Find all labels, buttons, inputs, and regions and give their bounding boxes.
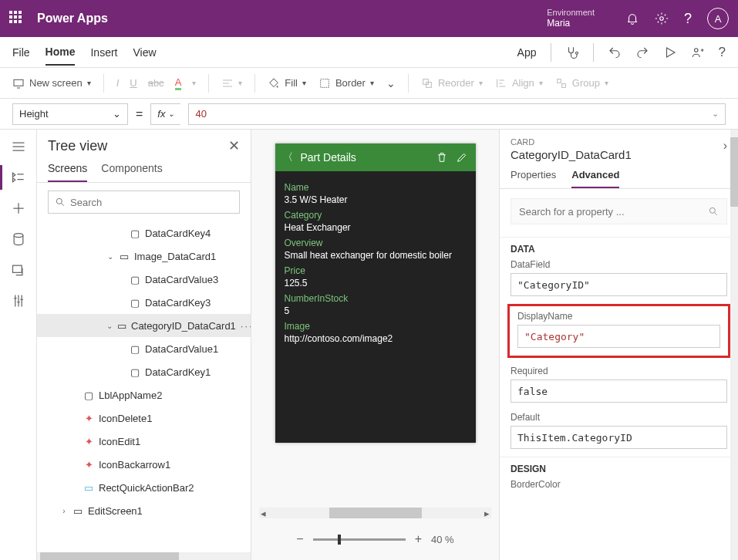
separator [551,43,551,62]
italic-icon[interactable]: I [116,77,120,89]
canvas-hscrollbar[interactable]: ◂▸ [259,508,491,518]
property-search-input[interactable] [519,206,708,218]
menu-file[interactable]: File [12,40,30,65]
font-color-icon[interactable]: A [175,76,182,90]
menu-insert[interactable]: Insert [90,40,117,65]
help-icon[interactable]: ? [719,45,726,60]
field-label: Name [285,182,467,193]
tab-properties[interactable]: Properties [511,169,556,188]
chevron-down-icon: ⌄ [106,322,113,330]
chevron-right-icon[interactable]: › [723,139,727,153]
close-icon[interactable]: ✕ [228,137,240,154]
tree-search[interactable] [48,191,240,214]
redo-icon[interactable] [635,46,649,59]
menu-view[interactable]: View [133,40,156,65]
fill-button[interactable]: Fill▾ [268,77,306,89]
chevron-down-icon[interactable]: ⌄ [386,77,396,89]
tree-node[interactable]: ▢DataCardValue1 [37,337,251,360]
tree-node[interactable]: ▢DataCardKey1 [37,360,251,383]
align-objects-button[interactable]: Align▾ [495,77,543,89]
svg-point-13 [709,207,715,213]
rail-tree[interactable] [11,170,26,185]
tree-node[interactable]: ⌄▭Image_DataCard1 [37,245,251,268]
menu-app[interactable]: App [517,40,537,65]
panel-control-name: CategoryID_DataCard1 [511,148,727,161]
reorder-button[interactable]: Reorder▾ [421,77,483,89]
tree-search-input[interactable] [70,197,233,208]
tree-node-selected[interactable]: ⌄▭CategoryID_DataCard1··· [37,314,251,337]
svg-rect-8 [557,79,561,83]
back-icon[interactable]: 〈 [283,150,293,164]
rail-media[interactable] [11,262,26,278]
tree-node[interactable]: ▢DataCardKey3 [37,291,251,314]
prop-datafield: DataField "CategoryID" [500,255,738,301]
prop-default-input[interactable]: ThisItem.CategoryID [511,426,727,449]
trash-icon[interactable] [436,151,448,164]
control-icon: ▢ [130,228,140,238]
prop-datafield-input[interactable]: "CategoryID" [511,273,727,296]
svg-rect-9 [561,83,565,87]
field-value: 5 [285,305,467,316]
group-icon [555,77,568,89]
help-icon[interactable]: ? [684,11,692,27]
zoom-slider[interactable] [313,538,406,541]
undo-icon[interactable] [608,46,622,59]
edit-icon[interactable] [456,151,468,164]
zoom-in-button[interactable]: + [415,532,422,546]
control-icon: ▢ [130,274,140,285]
formula-input[interactable]: 40 ⌄ [188,103,726,125]
play-icon[interactable] [663,46,677,59]
toolbar: New screen▾ I U abc A▾ ▾ Fill▾ Border▾ ⌄… [0,68,738,99]
align-text-button[interactable]: ▾ [221,77,242,89]
tab-screens[interactable]: Screens [48,162,87,182]
tree-node[interactable]: ▢DataCardKey4 [37,221,251,245]
prop-required-input[interactable]: false [511,380,727,403]
share-icon[interactable] [691,46,705,59]
tab-advanced[interactable]: Advanced [571,169,619,188]
avatar[interactable]: A [707,8,729,29]
field-label: Category [285,210,467,221]
property-selector[interactable]: Height ⌄ [12,103,128,125]
more-icon[interactable]: ··· [241,320,251,332]
tree-node[interactable]: ✦IconDelete1 [37,407,251,430]
gear-icon[interactable] [655,12,669,25]
new-screen-button[interactable]: New screen▾ [12,77,91,89]
svg-point-1 [660,17,664,21]
chevron-right-icon: › [60,507,68,515]
field-value: http://contoso.com/image2 [285,333,467,344]
zoom-out-button[interactable]: − [296,532,303,546]
rail-insert[interactable] [11,201,26,216]
border-icon [318,77,331,89]
waffle-icon[interactable] [9,11,25,26]
environment-picker[interactable]: Environment Maria [541,8,595,29]
tree-hscrollbar[interactable] [37,552,251,560]
section-data: DATA [500,237,738,255]
border-button[interactable]: Border▾ [318,77,374,89]
panel-vscrollbar[interactable] [730,130,738,560]
svg-point-12 [56,198,62,204]
tree-node[interactable]: ✦IconEdit1 [37,430,251,453]
rail-data[interactable] [11,231,26,247]
header-bar: Power Apps Environment Maria ? A [0,0,738,37]
bell-icon[interactable] [625,12,639,25]
underline-icon[interactable]: U [130,77,136,89]
strike-icon[interactable]: abc [148,77,164,89]
prop-displayname-input[interactable]: "Category" [517,325,720,348]
group-button[interactable]: Group▾ [555,77,608,89]
menu-bar: File Home Insert View App ? [0,37,738,68]
tree-node[interactable]: ▢DataCardValue3 [37,268,251,291]
tree-node[interactable]: ▭RectQuickActionBar2 [37,476,251,499]
chevron-down-icon: ⌄ [168,110,174,118]
menu-home[interactable]: Home [45,39,76,66]
control-icon: ▢ [130,297,140,308]
rail-tools[interactable] [11,293,26,309]
rail-hamburger[interactable] [11,139,26,154]
property-search[interactable] [511,198,727,224]
align-icon [221,77,234,89]
tree-node[interactable]: ▢LblAppName2 [37,383,251,407]
tree-node[interactable]: ✦IconBackarrow1 [37,453,251,476]
tab-components[interactable]: Components [101,162,162,182]
fx-button[interactable]: fx⌄ [150,103,180,125]
stethoscope-icon[interactable] [565,46,579,59]
tree-node[interactable]: ›▭EditScreen1 [37,499,251,522]
